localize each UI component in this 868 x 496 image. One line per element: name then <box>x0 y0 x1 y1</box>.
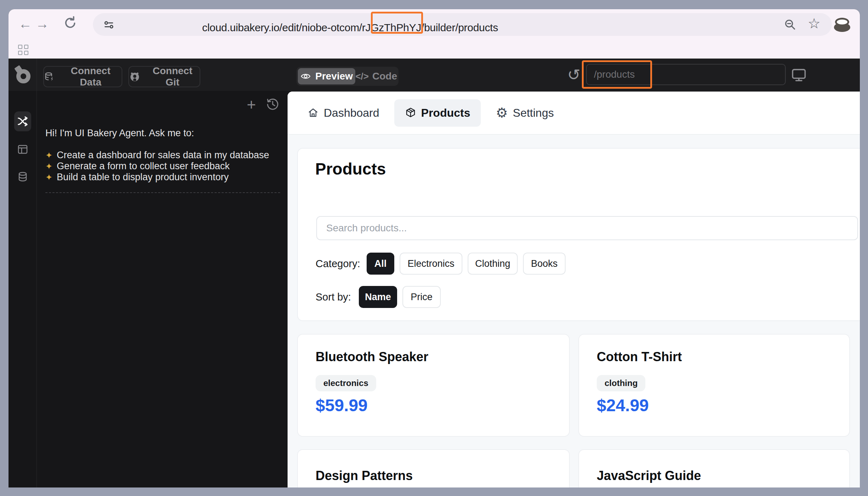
tab-label: Settings <box>513 106 554 120</box>
database-bolt-icon <box>44 71 55 82</box>
suggestion-text: Build a table to display product invento… <box>57 172 229 183</box>
sparkle-icon: ✦ <box>45 150 52 160</box>
tab-label: Dashboard <box>324 106 379 120</box>
sort-label: Sort by: <box>316 291 351 303</box>
category-chip-clothing[interactable]: Clothing <box>468 253 518 275</box>
preview-code-toggle: Preview </> Code <box>296 67 399 86</box>
database-icon <box>17 171 28 182</box>
category-label: Category: <box>316 258 360 270</box>
suggestion-text: Generate a form to collect user feedback <box>57 161 230 172</box>
agent-suggestions: ✦ Create a dashboard for sales data in m… <box>45 150 272 183</box>
reload-icon[interactable] <box>62 15 78 31</box>
bookmark-star-icon[interactable]: ☆ <box>808 15 820 32</box>
connect-data-button[interactable]: Connect Data <box>43 66 122 87</box>
browser-chrome: ← → cloud.uibakery.io/edit/niobe-otcom/r… <box>9 9 860 59</box>
products-header-card: Products Category: All Electronics Cloth… <box>297 148 860 321</box>
apps-grid-icon[interactable] <box>18 45 29 55</box>
layout-table-icon <box>17 144 28 155</box>
code-label: Code <box>372 71 397 82</box>
product-name: Cotton T-Shirt <box>597 349 682 364</box>
product-category-badge: clothing <box>597 375 645 391</box>
sidebar-item-pages[interactable] <box>14 139 31 159</box>
app-tabbar: Dashboard Products ⚙ Settings <box>288 92 860 135</box>
sidebar-item-agent[interactable] <box>14 111 31 131</box>
category-chip-electronics[interactable]: Electronics <box>400 253 462 275</box>
new-chat-plus-icon[interactable]: + <box>247 96 256 114</box>
chat-divider <box>45 192 280 193</box>
tab-label: Products <box>421 106 471 120</box>
url-text: cloud.uibakery.io/edit/niobe-otcom/rJGzT… <box>202 22 498 34</box>
product-name: Design Patterns <box>316 468 413 483</box>
site-settings-icon[interactable] <box>103 19 115 31</box>
category-chip-all[interactable]: All <box>367 253 394 275</box>
github-icon <box>129 71 140 82</box>
page-title: Products <box>315 159 386 178</box>
shuffle-arrows-icon <box>16 115 29 128</box>
sparkle-icon: ✦ <box>45 172 52 182</box>
sort-chip-name[interactable]: Name <box>359 286 397 308</box>
sidebar-rail <box>9 59 37 487</box>
preview-label: Preview <box>315 71 353 82</box>
search-input[interactable] <box>316 216 858 240</box>
product-card[interactable]: Design Patterns <box>297 449 570 487</box>
url-bar[interactable]: cloud.uibakery.io/edit/niobe-otcom/rJGzT… <box>93 13 832 36</box>
suggestion-item[interactable]: ✦ Generate a form to collect user feedba… <box>45 161 272 172</box>
zoom-out-icon[interactable] <box>784 18 797 32</box>
desktop-view-icon[interactable] <box>791 67 807 82</box>
gear-icon: ⚙ <box>496 106 508 120</box>
connect-git-button[interactable]: Connect Git <box>128 66 200 87</box>
eye-icon <box>300 71 311 82</box>
agent-chat-panel: + Hi! I'm UI Bakery Agent. Ask me to: ✦ … <box>37 91 286 487</box>
product-name: Bluetooth Speaker <box>316 349 428 364</box>
forward-icon[interactable]: → <box>35 17 49 31</box>
product-card[interactable]: Cotton T-Shirt clothing $24.99 <box>578 334 850 437</box>
sidebar-item-data[interactable] <box>14 167 31 187</box>
tab-settings[interactable]: ⚙ Settings <box>496 106 554 120</box>
suggestion-item[interactable]: ✦ Build a table to display product inven… <box>45 172 272 183</box>
back-icon[interactable]: ← <box>18 17 32 31</box>
product-name: JavaScript Guide <box>597 468 701 483</box>
connect-data-label: Connect Data <box>60 65 122 88</box>
category-chip-books[interactable]: Books <box>523 253 566 275</box>
preview-tab[interactable]: Preview <box>298 68 355 84</box>
history-icon[interactable] <box>266 97 279 111</box>
package-icon <box>405 107 416 119</box>
app-preview-panel: Dashboard Products ⚙ Settings Products C… <box>288 92 860 487</box>
route-input[interactable] <box>586 64 786 85</box>
home-icon <box>307 107 319 119</box>
profile-avatar[interactable] <box>833 17 851 33</box>
code-icon: </> <box>355 71 369 82</box>
agent-greeting: Hi! I'm UI Bakery Agent. Ask me to: <box>45 128 194 139</box>
browser-window: ← → cloud.uibakery.io/edit/niobe-otcom/r… <box>9 9 860 487</box>
product-card[interactable]: Bluetooth Speaker electronics $59.99 <box>297 334 570 437</box>
sort-chip-price[interactable]: Price <box>402 286 441 308</box>
product-card[interactable]: JavaScript Guide <box>578 449 850 487</box>
sparkle-icon: ✦ <box>45 161 52 171</box>
product-price: $24.99 <box>597 396 649 415</box>
undo-icon[interactable]: ↺ <box>567 67 580 83</box>
suggestion-text: Create a dashboard for sales data in my … <box>57 150 269 161</box>
code-tab[interactable]: </> Code <box>355 71 397 82</box>
suggestion-item[interactable]: ✦ Create a dashboard for sales data in m… <box>45 150 272 161</box>
uibakery-logo[interactable] <box>16 67 31 83</box>
builder-topbar: Connect Data Connect Git Preview </> Cod… <box>9 59 860 91</box>
product-price: $59.99 <box>316 396 368 415</box>
tab-dashboard[interactable]: Dashboard <box>307 106 379 120</box>
builder-shell: Connect Data Connect Git Preview </> Cod… <box>9 59 860 487</box>
connect-git-label: Connect Git <box>145 65 200 88</box>
tab-products[interactable]: Products <box>394 99 481 127</box>
product-category-badge: electronics <box>316 375 376 391</box>
